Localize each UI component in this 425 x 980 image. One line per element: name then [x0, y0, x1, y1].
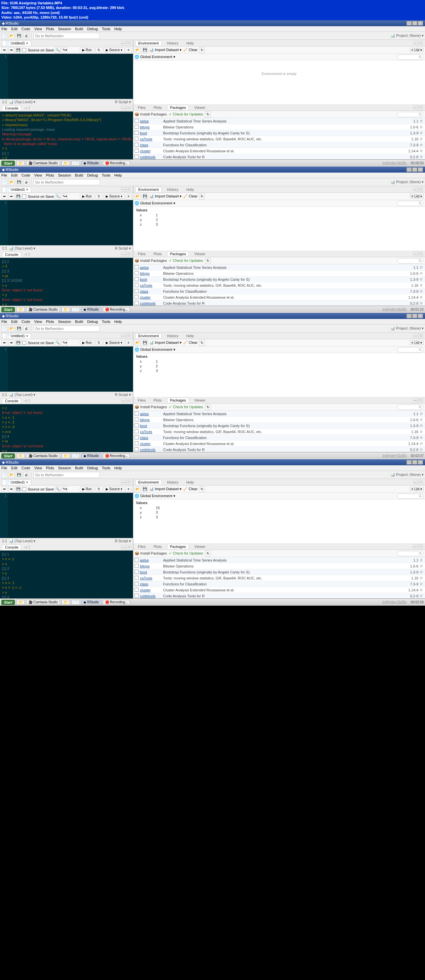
goto-file-input[interactable]	[33, 472, 100, 478]
package-checkbox[interactable]	[135, 265, 140, 270]
tab-viewer[interactable]: Viewer	[192, 251, 208, 256]
import-dataset-button[interactable]: 📊 Import Dataset ▾	[149, 487, 182, 491]
console-tab[interactable]: Console	[2, 252, 21, 257]
open-file-icon[interactable]: 📂	[9, 33, 14, 39]
package-checkbox[interactable]	[135, 436, 140, 440]
close-button[interactable]: ×	[418, 167, 423, 172]
source-button[interactable]: ▶ Source ▾	[103, 48, 125, 52]
save-workspace-icon[interactable]: 💾	[142, 194, 148, 199]
task-camtasia[interactable]: 🎥 Camtasia Studio	[26, 307, 60, 312]
source-tab[interactable]: 📄 Untitled1 ×	[2, 480, 31, 485]
tab-packages[interactable]: Packages	[167, 105, 189, 110]
package-name[interactable]: bitops	[140, 272, 163, 275]
package-list[interactable]: astsa Applied Statistical Time Series An…	[133, 557, 425, 598]
clear-button[interactable]: 🧹 Clear	[183, 340, 197, 345]
load-workspace-icon[interactable]: 📂	[135, 47, 141, 53]
package-name[interactable]: bitops	[140, 418, 163, 422]
outline-icon[interactable]: ≡	[126, 340, 132, 346]
package-remove-icon[interactable]: ⊘	[419, 430, 424, 434]
maximize-pane-icon[interactable]: □	[419, 251, 423, 256]
task-camtasia[interactable]: 🎥 Camtasia Studio	[26, 600, 60, 605]
tab-help[interactable]: Help	[184, 187, 197, 192]
menu-edit[interactable]: Edit	[11, 466, 17, 470]
scope-indicator[interactable]: 📊 (Top Level) ▾	[9, 539, 36, 543]
package-name[interactable]: codetools	[140, 594, 163, 598]
task-word[interactable]: 📄	[71, 161, 80, 165]
task-recording[interactable]: 🔴 Recording...	[103, 453, 130, 458]
menu-edit[interactable]: Edit	[11, 320, 17, 324]
package-name[interactable]: caTools	[140, 137, 163, 141]
refresh-icon[interactable]: ↻	[199, 194, 205, 199]
task-word[interactable]: 📄	[71, 453, 80, 458]
package-name[interactable]: class	[140, 436, 163, 440]
package-remove-icon[interactable]: ⊘	[419, 119, 424, 123]
menu-plots[interactable]: Plots	[46, 173, 54, 177]
menu-session[interactable]: Session	[58, 173, 71, 177]
package-name[interactable]: astsa	[140, 119, 163, 123]
menu-tools[interactable]: Tools	[102, 320, 110, 324]
source-button[interactable]: ▶ Source ▾	[103, 340, 125, 345]
save-source-icon[interactable]: 💾	[15, 340, 21, 346]
package-list[interactable]: astsa Applied Statistical Time Series An…	[133, 411, 425, 452]
package-name[interactable]: codetools	[140, 301, 163, 305]
file-type[interactable]: R Script ▾	[115, 393, 131, 397]
package-name[interactable]: caTools	[140, 283, 163, 287]
save-workspace-icon[interactable]: 💾	[142, 47, 148, 53]
env-search-input[interactable]	[397, 347, 424, 352]
source-editor[interactable]: 1	[0, 54, 133, 99]
package-name[interactable]: class	[140, 582, 163, 586]
package-remove-icon[interactable]: ⊘	[419, 295, 424, 299]
save-source-icon[interactable]: 💾	[15, 194, 21, 199]
project-selector[interactable]: 📊 Project: (None) ▾	[390, 473, 424, 477]
task-rstudio[interactable]: ◆ RStudio	[81, 161, 101, 165]
minimize-pane-icon[interactable]: —	[121, 334, 126, 338]
tab-environment[interactable]: Environment	[135, 333, 162, 338]
refresh-packages-icon[interactable]: ↻	[205, 404, 211, 410]
menu-session[interactable]: Session	[58, 27, 71, 31]
package-remove-icon[interactable]: ⊘	[419, 576, 424, 580]
minimize-pane-icon[interactable]: —	[413, 480, 418, 485]
maximize-pane-icon[interactable]: □	[419, 480, 423, 485]
minimize-pane-icon[interactable]: —	[121, 399, 126, 403]
env-var-row[interactable]: y2	[136, 364, 422, 368]
tab-environment[interactable]: Environment	[135, 40, 162, 46]
install-packages-button[interactable]: 📦 Install Packages	[135, 405, 167, 409]
package-remove-icon[interactable]: ⊘	[419, 143, 424, 147]
package-checkbox[interactable]	[135, 137, 140, 142]
package-checkbox[interactable]	[135, 119, 140, 124]
package-name[interactable]: cluster	[140, 442, 163, 446]
load-workspace-icon[interactable]: 📂	[135, 340, 141, 346]
menu-edit[interactable]: Edit	[11, 173, 17, 177]
forward-icon[interactable]: ➡	[8, 194, 14, 199]
rerun-button[interactable]: ↻	[95, 340, 102, 345]
rerun-button[interactable]: ↻	[95, 194, 102, 199]
tab-viewer[interactable]: Viewer	[192, 398, 208, 402]
file-type[interactable]: R Script ▾	[115, 246, 131, 251]
save-icon[interactable]: 💾	[16, 33, 22, 39]
menu-file[interactable]: File	[1, 320, 7, 324]
package-checkbox[interactable]	[135, 271, 140, 276]
tab-plots[interactable]: Plots	[151, 398, 164, 402]
start-button[interactable]: Start	[1, 307, 15, 312]
forward-icon[interactable]: ➡	[8, 47, 14, 53]
maximize-pane-icon[interactable]: □	[126, 399, 131, 403]
menu-view[interactable]: View	[34, 27, 42, 31]
tab-history[interactable]: History	[165, 41, 181, 46]
task-recording[interactable]: 🔴 Recording...	[103, 600, 130, 605]
menu-debug[interactable]: Debug	[87, 466, 98, 470]
package-checkbox[interactable]	[135, 594, 140, 598]
env-search-input[interactable]	[397, 493, 424, 499]
maximize-pane-icon[interactable]: □	[419, 187, 423, 192]
file-type[interactable]: R Script ▾	[115, 539, 131, 543]
env-scope-selector[interactable]: 🌐 Global Environment ▾	[135, 55, 175, 59]
project-selector[interactable]: 📊 Project: (None) ▾	[390, 180, 424, 184]
quicklaunch[interactable]: 📁	[16, 600, 25, 605]
package-checkbox[interactable]	[135, 295, 140, 300]
close-button[interactable]: ×	[418, 313, 423, 318]
minimize-pane-icon[interactable]: —	[413, 187, 418, 192]
package-name[interactable]: astsa	[140, 558, 163, 562]
refresh-icon[interactable]: ↻	[199, 486, 205, 492]
minimize-pane-icon[interactable]: —	[413, 105, 418, 110]
menu-edit[interactable]: Edit	[11, 27, 17, 31]
tab-environment[interactable]: Environment	[135, 187, 162, 192]
